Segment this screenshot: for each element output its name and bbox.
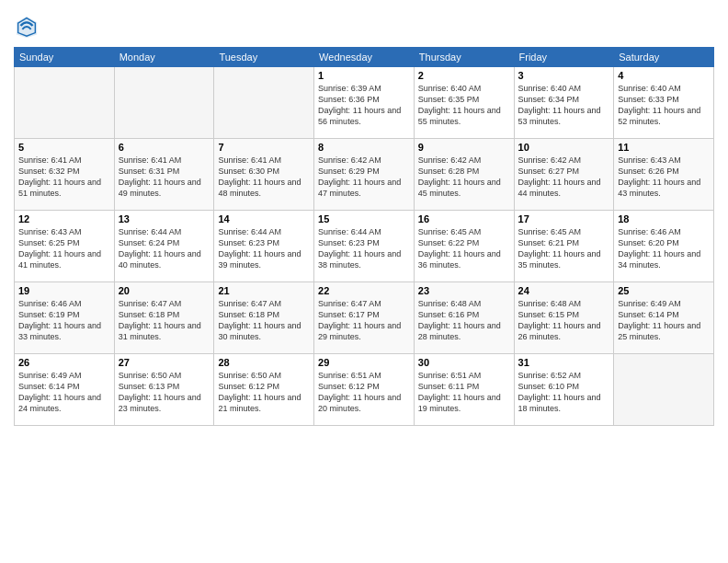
calendar-day-cell: 3Sunrise: 6:40 AM Sunset: 6:34 PM Daylig… bbox=[514, 67, 614, 139]
calendar-day-cell: 21Sunrise: 6:47 AM Sunset: 6:18 PM Dayli… bbox=[214, 282, 314, 354]
day-info: Sunrise: 6:40 AM Sunset: 6:33 PM Dayligh… bbox=[618, 83, 710, 128]
day-info: Sunrise: 6:46 AM Sunset: 6:20 PM Dayligh… bbox=[618, 226, 710, 271]
calendar-day-cell: 13Sunrise: 6:44 AM Sunset: 6:24 PM Dayli… bbox=[114, 211, 214, 282]
day-info: Sunrise: 6:49 AM Sunset: 6:14 PM Dayligh… bbox=[618, 298, 710, 343]
day-number: 23 bbox=[418, 285, 510, 296]
day-info: Sunrise: 6:42 AM Sunset: 6:27 PM Dayligh… bbox=[518, 155, 610, 200]
day-info: Sunrise: 6:40 AM Sunset: 6:34 PM Dayligh… bbox=[518, 83, 610, 128]
calendar-header-sunday: Sunday bbox=[15, 48, 115, 67]
day-number: 28 bbox=[218, 357, 310, 368]
calendar-day-cell: 30Sunrise: 6:51 AM Sunset: 6:11 PM Dayli… bbox=[414, 354, 514, 426]
calendar-day-cell: 6Sunrise: 6:41 AM Sunset: 6:31 PM Daylig… bbox=[114, 139, 214, 211]
calendar-day-cell: 2Sunrise: 6:40 AM Sunset: 6:35 PM Daylig… bbox=[414, 67, 514, 139]
day-info: Sunrise: 6:39 AM Sunset: 6:36 PM Dayligh… bbox=[318, 83, 410, 128]
calendar-day-cell: 7Sunrise: 6:41 AM Sunset: 6:30 PM Daylig… bbox=[214, 139, 314, 211]
calendar-header-monday: Monday bbox=[114, 48, 214, 67]
day-number: 8 bbox=[318, 142, 410, 153]
calendar-week-row: 5Sunrise: 6:41 AM Sunset: 6:32 PM Daylig… bbox=[15, 139, 714, 211]
calendar-day-cell: 29Sunrise: 6:51 AM Sunset: 6:12 PM Dayli… bbox=[314, 354, 415, 426]
calendar-header-row: SundayMondayTuesdayWednesdayThursdayFrid… bbox=[15, 48, 714, 67]
day-number: 14 bbox=[218, 213, 310, 224]
day-number: 2 bbox=[418, 70, 510, 81]
day-number: 16 bbox=[418, 213, 510, 224]
day-info: Sunrise: 6:48 AM Sunset: 6:16 PM Dayligh… bbox=[418, 298, 510, 343]
day-info: Sunrise: 6:47 AM Sunset: 6:17 PM Dayligh… bbox=[318, 298, 410, 343]
day-number: 18 bbox=[618, 213, 710, 224]
day-number: 15 bbox=[318, 213, 410, 224]
calendar-day-cell: 4Sunrise: 6:40 AM Sunset: 6:33 PM Daylig… bbox=[614, 67, 714, 139]
day-info: Sunrise: 6:44 AM Sunset: 6:23 PM Dayligh… bbox=[318, 226, 410, 271]
day-info: Sunrise: 6:42 AM Sunset: 6:29 PM Dayligh… bbox=[318, 155, 410, 200]
calendar-day-cell: 15Sunrise: 6:44 AM Sunset: 6:23 PM Dayli… bbox=[314, 211, 415, 282]
day-number: 19 bbox=[18, 285, 110, 296]
calendar-day-cell: 23Sunrise: 6:48 AM Sunset: 6:16 PM Dayli… bbox=[414, 282, 514, 354]
calendar-day-cell: 26Sunrise: 6:49 AM Sunset: 6:14 PM Dayli… bbox=[15, 354, 115, 426]
day-number: 9 bbox=[418, 142, 510, 153]
calendar-day-cell: 27Sunrise: 6:50 AM Sunset: 6:13 PM Dayli… bbox=[114, 354, 214, 426]
day-info: Sunrise: 6:42 AM Sunset: 6:28 PM Dayligh… bbox=[418, 155, 510, 200]
calendar-header-wednesday: Wednesday bbox=[314, 48, 415, 67]
day-info: Sunrise: 6:47 AM Sunset: 6:18 PM Dayligh… bbox=[119, 298, 210, 343]
day-info: Sunrise: 6:51 AM Sunset: 6:11 PM Dayligh… bbox=[418, 370, 510, 415]
day-info: Sunrise: 6:40 AM Sunset: 6:35 PM Dayligh… bbox=[418, 83, 510, 128]
day-info: Sunrise: 6:41 AM Sunset: 6:32 PM Dayligh… bbox=[18, 155, 110, 200]
day-info: Sunrise: 6:45 AM Sunset: 6:22 PM Dayligh… bbox=[418, 226, 510, 271]
day-info: Sunrise: 6:45 AM Sunset: 6:21 PM Dayligh… bbox=[518, 226, 610, 271]
day-number: 5 bbox=[18, 142, 110, 153]
calendar-day-cell bbox=[15, 67, 115, 139]
calendar-week-row: 26Sunrise: 6:49 AM Sunset: 6:14 PM Dayli… bbox=[15, 354, 714, 426]
day-info: Sunrise: 6:43 AM Sunset: 6:26 PM Dayligh… bbox=[618, 155, 710, 200]
calendar-day-cell: 17Sunrise: 6:45 AM Sunset: 6:21 PM Dayli… bbox=[514, 211, 614, 282]
calendar-day-cell: 14Sunrise: 6:44 AM Sunset: 6:23 PM Dayli… bbox=[214, 211, 314, 282]
day-number: 26 bbox=[18, 357, 110, 368]
calendar-day-cell: 24Sunrise: 6:48 AM Sunset: 6:15 PM Dayli… bbox=[514, 282, 614, 354]
day-number: 1 bbox=[318, 70, 410, 81]
calendar-header-saturday: Saturday bbox=[614, 48, 714, 67]
day-number: 29 bbox=[318, 357, 410, 368]
calendar-day-cell: 28Sunrise: 6:50 AM Sunset: 6:12 PM Dayli… bbox=[214, 354, 314, 426]
day-number: 20 bbox=[119, 285, 210, 296]
calendar-day-cell bbox=[614, 354, 714, 426]
day-info: Sunrise: 6:47 AM Sunset: 6:18 PM Dayligh… bbox=[218, 298, 310, 343]
day-number: 24 bbox=[518, 285, 610, 296]
calendar-day-cell: 10Sunrise: 6:42 AM Sunset: 6:27 PM Dayli… bbox=[514, 139, 614, 211]
calendar-header-friday: Friday bbox=[514, 48, 614, 67]
day-number: 10 bbox=[518, 142, 610, 153]
day-info: Sunrise: 6:50 AM Sunset: 6:12 PM Dayligh… bbox=[218, 370, 310, 415]
logo bbox=[14, 14, 43, 40]
day-number: 6 bbox=[119, 142, 210, 153]
calendar-day-cell: 20Sunrise: 6:47 AM Sunset: 6:18 PM Dayli… bbox=[114, 282, 214, 354]
header bbox=[14, 9, 714, 40]
page: SundayMondayTuesdayWednesdayThursdayFrid… bbox=[0, 0, 728, 563]
day-info: Sunrise: 6:43 AM Sunset: 6:25 PM Dayligh… bbox=[18, 226, 110, 271]
logo-icon bbox=[14, 14, 40, 40]
calendar-day-cell: 16Sunrise: 6:45 AM Sunset: 6:22 PM Dayli… bbox=[414, 211, 514, 282]
day-number: 22 bbox=[318, 285, 410, 296]
calendar-header-tuesday: Tuesday bbox=[214, 48, 314, 67]
day-number: 21 bbox=[218, 285, 310, 296]
day-number: 3 bbox=[518, 70, 610, 81]
day-info: Sunrise: 6:49 AM Sunset: 6:14 PM Dayligh… bbox=[18, 370, 110, 415]
calendar: SundayMondayTuesdayWednesdayThursdayFrid… bbox=[14, 47, 714, 426]
day-number: 13 bbox=[119, 213, 210, 224]
calendar-week-row: 1Sunrise: 6:39 AM Sunset: 6:36 PM Daylig… bbox=[15, 67, 714, 139]
day-number: 11 bbox=[618, 142, 710, 153]
calendar-week-row: 19Sunrise: 6:46 AM Sunset: 6:19 PM Dayli… bbox=[15, 282, 714, 354]
day-info: Sunrise: 6:41 AM Sunset: 6:30 PM Dayligh… bbox=[218, 155, 310, 200]
calendar-day-cell: 8Sunrise: 6:42 AM Sunset: 6:29 PM Daylig… bbox=[314, 139, 415, 211]
day-number: 31 bbox=[518, 357, 610, 368]
calendar-day-cell: 25Sunrise: 6:49 AM Sunset: 6:14 PM Dayli… bbox=[614, 282, 714, 354]
day-number: 12 bbox=[18, 213, 110, 224]
day-number: 7 bbox=[218, 142, 310, 153]
calendar-day-cell bbox=[114, 67, 214, 139]
day-info: Sunrise: 6:51 AM Sunset: 6:12 PM Dayligh… bbox=[318, 370, 410, 415]
calendar-day-cell: 1Sunrise: 6:39 AM Sunset: 6:36 PM Daylig… bbox=[314, 67, 415, 139]
calendar-day-cell: 9Sunrise: 6:42 AM Sunset: 6:28 PM Daylig… bbox=[414, 139, 514, 211]
calendar-day-cell: 11Sunrise: 6:43 AM Sunset: 6:26 PM Dayli… bbox=[614, 139, 714, 211]
calendar-day-cell bbox=[214, 67, 314, 139]
day-info: Sunrise: 6:46 AM Sunset: 6:19 PM Dayligh… bbox=[18, 298, 110, 343]
day-number: 30 bbox=[418, 357, 510, 368]
day-info: Sunrise: 6:52 AM Sunset: 6:10 PM Dayligh… bbox=[518, 370, 610, 415]
day-number: 4 bbox=[618, 70, 710, 81]
calendar-day-cell: 12Sunrise: 6:43 AM Sunset: 6:25 PM Dayli… bbox=[15, 211, 115, 282]
